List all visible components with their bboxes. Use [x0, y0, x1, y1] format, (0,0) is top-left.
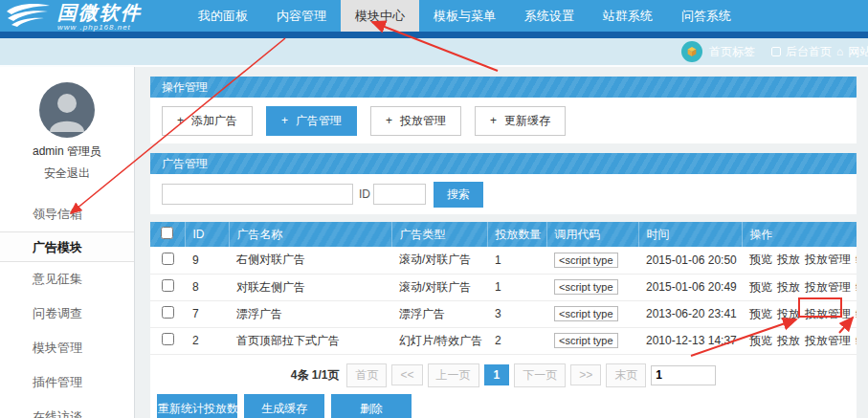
backend-home-link[interactable]: 后台首页	[771, 38, 832, 65]
cell-ad-type: 漂浮广告	[391, 300, 487, 327]
sidebar-item-ad-module[interactable]: 广告模块	[0, 231, 134, 262]
nav-item-system-settings[interactable]: 系统设置	[510, 0, 589, 32]
operations-panel: 操作管理 +添加广告 +广告管理 +投放管理 +更新缓存	[150, 77, 857, 143]
nav-item-templates-menu[interactable]: 模板与菜单	[419, 0, 510, 32]
call-code-box[interactable]: <script type	[554, 253, 618, 268]
brand-logo[interactable]: 国微软件 www .php168.net	[6, 2, 142, 32]
preview-link[interactable]: 预览	[749, 253, 772, 266]
keyword-search-input[interactable]	[162, 184, 353, 205]
place-link[interactable]: 投放	[777, 334, 800, 347]
operations-panel-title: 操作管理	[150, 77, 857, 98]
nav-item-qa-system[interactable]: 问答系统	[667, 0, 746, 32]
place-manage-link-highlighted[interactable]: 投放管理	[805, 307, 851, 320]
cell-count: 2	[487, 327, 546, 354]
cell-count: 1	[487, 247, 546, 274]
col-header-name: 广告名称	[229, 222, 391, 247]
edit-link[interactable]: 编辑	[856, 307, 857, 320]
edit-link[interactable]: 编辑	[856, 253, 857, 266]
nav-item-site-group[interactable]: 站群系统	[589, 0, 667, 32]
nav-item-dashboard[interactable]: 我的面板	[184, 0, 262, 32]
home-tags-link[interactable]: 首页标签	[709, 38, 755, 65]
brand-site-url: www .php168.net	[57, 23, 142, 32]
package-badge-icon[interactable]	[681, 41, 702, 62]
ad-manage-label: 广告管理	[296, 114, 342, 127]
table-row: 7 漂浮广告 漂浮广告 3 <script type 2013-06-20 23…	[150, 300, 857, 327]
cell-ad-type: 滚动/对联广告	[391, 247, 487, 274]
home-icon: ⌂	[836, 45, 843, 58]
place-manage-link[interactable]: 投放管理	[805, 280, 851, 294]
col-header-id: ID	[185, 222, 229, 247]
pagination-summary: 4条 1/1页	[291, 367, 340, 384]
fast-prev-button[interactable]: <<	[391, 364, 422, 385]
preview-link[interactable]: 预览	[749, 334, 772, 347]
table-row: 9 右侧对联广告 滚动/对联广告 1 <script type 2015-01-…	[150, 247, 857, 274]
admin-page: 国微软件 www .php168.net 我的面板 内容管理 模块中心 模板与菜…	[0, 0, 868, 418]
sidebar-item-questionnaire[interactable]: 问卷调查	[0, 297, 134, 331]
cell-ad-name: 漂浮广告	[229, 300, 391, 327]
sidebar-item-module-manage[interactable]: 模块管理	[0, 331, 134, 365]
plus-icon: +	[490, 114, 497, 127]
row-checkbox[interactable]	[162, 279, 174, 292]
generate-cache-button[interactable]: 生成缓存	[244, 394, 324, 418]
next-page-button[interactable]: 下一页	[514, 363, 566, 387]
call-code-box[interactable]: <script type	[554, 279, 618, 295]
row-checkbox[interactable]	[162, 306, 174, 319]
first-page-button[interactable]: 首页	[346, 363, 387, 387]
placement-manage-button[interactable]: +投放管理	[370, 106, 461, 136]
delete-button[interactable]: 删除	[331, 394, 412, 418]
call-code-box[interactable]: <script type	[554, 333, 618, 348]
cell-time: 2015-01-06 20:49	[638, 274, 742, 300]
col-header-code: 调用代码	[546, 222, 638, 247]
logout-link[interactable]: 安全退出	[0, 165, 134, 182]
call-code-box[interactable]: <script type	[554, 306, 618, 321]
nav-item-content[interactable]: 内容管理	[262, 0, 341, 32]
ad-table-panel: ID 广告名称 广告类型 投放数量 调用代码 时间 操作 9 右侧对联广告 滚动…	[150, 222, 857, 418]
place-manage-link[interactable]: 投放管理	[805, 253, 851, 266]
site-home-link[interactable]: ⌂ 网站首页	[836, 38, 868, 65]
preview-link[interactable]: 预览	[749, 307, 772, 320]
main-menu: 我的面板 内容管理 模块中心 模板与菜单 系统设置 站群系统 问答系统	[184, 0, 746, 32]
recount-placements-button[interactable]: 重新统计投放数	[157, 394, 237, 418]
last-page-button[interactable]: 末页	[606, 363, 646, 387]
home-tags-label: 首页标签	[709, 44, 755, 60]
sidebar-item-opinion-collect[interactable]: 意见征集	[0, 262, 134, 297]
fast-next-button[interactable]: >>	[570, 364, 601, 385]
id-search-input[interactable]	[373, 184, 426, 205]
sidebar-item-plugin-manage[interactable]: 插件管理	[0, 365, 134, 400]
search-button[interactable]: 搜索	[434, 182, 483, 208]
select-all-checkbox[interactable]	[161, 227, 173, 239]
place-link[interactable]: 投放	[777, 307, 800, 320]
cube-icon	[684, 44, 700, 59]
cell-ad-type: 幻灯片/特效广告	[391, 327, 487, 354]
page-number-input[interactable]	[651, 365, 716, 385]
sidebar-item-leader-mailbox[interactable]: 领导信箱	[0, 197, 134, 231]
cell-ad-name: 对联左侧广告	[229, 274, 391, 300]
cell-time: 2015-01-06 20:50	[638, 247, 742, 274]
user-name: admin 管理员	[0, 143, 134, 160]
brand-name: 国微软件	[57, 2, 142, 23]
place-link[interactable]: 投放	[777, 253, 800, 266]
row-checkbox[interactable]	[162, 333, 174, 345]
prev-page-button[interactable]: 上一页	[428, 363, 479, 387]
row-checkbox[interactable]	[162, 253, 174, 265]
cell-time: 2010-12-13 14:37	[638, 327, 742, 354]
ad-manage-panel-title: 广告管理	[150, 153, 857, 174]
ad-manage-button[interactable]: +广告管理	[266, 106, 357, 136]
edit-link[interactable]: 编辑	[856, 280, 857, 294]
add-ad-button[interactable]: +添加广告	[162, 106, 253, 136]
refresh-cache-button[interactable]: +更新缓存	[475, 106, 566, 136]
cell-ad-type: 滚动/对联广告	[391, 274, 487, 300]
avatar[interactable]	[39, 82, 95, 138]
place-link[interactable]: 投放	[777, 280, 800, 294]
place-manage-link[interactable]: 投放管理	[805, 334, 851, 347]
backend-home-label: 后台首页	[786, 44, 832, 60]
preview-link[interactable]: 预览	[749, 280, 772, 294]
add-ad-label: 添加广告	[191, 114, 237, 127]
table-row: 2 首页顶部拉下式广告 幻灯片/特效广告 2 <script type 2010…	[150, 327, 857, 354]
cell-id: 7	[185, 300, 229, 327]
current-page-button[interactable]: 1	[484, 364, 510, 385]
nav-item-module-center[interactable]: 模块中心	[341, 0, 419, 32]
edit-link[interactable]: 编辑	[856, 334, 857, 347]
sidebar-item-online-interview[interactable]: 在线访谈	[0, 400, 134, 418]
cell-time: 2013-06-20 23:41	[638, 300, 742, 327]
